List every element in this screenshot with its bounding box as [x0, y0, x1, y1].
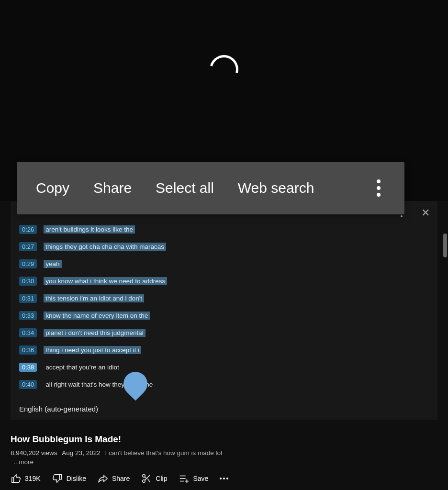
- dislike-button[interactable]: Dislike: [52, 473, 86, 484]
- select-all-button[interactable]: Select all: [156, 180, 214, 196]
- transcript-timestamp[interactable]: 0:40: [19, 380, 37, 389]
- transcript-text[interactable]: you know what i think we need to address: [44, 277, 167, 285]
- clip-label: Clip: [156, 475, 167, 482]
- share-label: Share: [112, 475, 130, 482]
- svg-point-1: [143, 480, 146, 483]
- upload-date: Aug 23, 2022: [62, 449, 100, 457]
- transcript-row[interactable]: 0:27things they got cha cha cha with mar…: [19, 242, 429, 251]
- transcript-text[interactable]: accept that you're an idiot: [44, 363, 121, 371]
- transcript-language-selector[interactable]: English (auto-generated): [11, 401, 437, 420]
- scrollbar-thumb[interactable]: [443, 234, 447, 257]
- transcript-timestamp[interactable]: 0:34: [19, 328, 37, 337]
- playlist-add-icon: [179, 473, 189, 484]
- scissors-icon: [141, 473, 152, 484]
- context-menu-more-icon[interactable]: [372, 175, 385, 201]
- transcript-row[interactable]: 0:26aren't buildings it looks like the: [19, 225, 429, 234]
- thumbs-down-icon: [52, 473, 63, 484]
- video-description-snippet: I can't believe that's how gum is made l…: [105, 449, 222, 457]
- save-label: Save: [193, 475, 208, 482]
- transcript-row[interactable]: 0:40all right wait that's how they make …: [19, 380, 429, 389]
- transcript-timestamp[interactable]: 0:29: [19, 259, 37, 268]
- transcript-row[interactable]: 0:30you know what i think we need to add…: [19, 277, 429, 286]
- video-metadata: 8,940,202 views Aug 23, 2022 I can't bel…: [11, 449, 437, 457]
- transcript-panel: ✕ 0:26aren't buildings it looks like the…: [11, 201, 437, 420]
- transcript-timestamp[interactable]: 0:36: [19, 345, 37, 355]
- web-search-button[interactable]: Web search: [238, 180, 314, 196]
- transcript-row[interactable]: 0:36thing i need you just to accept it i: [19, 345, 429, 355]
- transcript-text[interactable]: aren't buildings it looks like the: [44, 225, 135, 234]
- text-selection-handle-icon[interactable]: [119, 367, 153, 401]
- video-title: How Bubblegum Is Made!: [11, 434, 437, 445]
- transcript-list[interactable]: 0:26aren't buildings it looks like the0:…: [11, 215, 437, 401]
- transcript-timestamp[interactable]: 0:31: [19, 294, 37, 303]
- transcript-timestamp[interactable]: 0:27: [19, 242, 37, 251]
- transcript-row[interactable]: 0:33know the name of every item on the: [19, 311, 429, 320]
- text-selection-context-menu: Copy Share Select all Web search: [17, 162, 404, 214]
- transcript-timestamp[interactable]: 0:30: [19, 277, 37, 286]
- transcript-timestamp[interactable]: 0:33: [19, 311, 37, 320]
- share-button[interactable]: Share: [98, 473, 130, 484]
- show-more-button[interactable]: ...more: [13, 458, 437, 466]
- transcript-text[interactable]: this tension i'm an idiot and i don't: [44, 294, 144, 302]
- thumbs-up-icon: [11, 473, 21, 484]
- transcript-row[interactable]: 0:34planet i don't need this judgmental: [19, 328, 429, 337]
- transcript-row[interactable]: 0:29yeah: [19, 259, 429, 268]
- transcript-timestamp[interactable]: 0:26: [19, 225, 37, 234]
- transcript-text[interactable]: know the name of every item on the: [44, 312, 150, 320]
- transcript-text[interactable]: yeah: [44, 260, 61, 268]
- dislike-label: Dislike: [67, 475, 86, 482]
- share-button[interactable]: Share: [93, 180, 132, 196]
- like-button[interactable]: 319K: [11, 473, 41, 484]
- share-icon: [98, 473, 108, 484]
- transcript-timestamp[interactable]: 0:38: [19, 363, 37, 372]
- view-count: 8,940,202 views: [11, 449, 57, 457]
- svg-point-0: [143, 475, 146, 478]
- action-bar: 319K Dislike Share Clip Save: [0, 466, 448, 490]
- more-actions-button[interactable]: [220, 478, 228, 479]
- like-count: 319K: [25, 475, 41, 482]
- clip-button[interactable]: Clip: [141, 473, 167, 484]
- transcript-text[interactable]: thing i need you just to accept it i: [44, 346, 141, 354]
- save-button[interactable]: Save: [179, 473, 208, 484]
- transcript-row[interactable]: 0:38accept that you're an idiot: [19, 363, 429, 372]
- video-info-section: How Bubblegum Is Made! 8,940,202 views A…: [0, 420, 448, 466]
- transcript-text[interactable]: planet i don't need this judgmental: [44, 329, 145, 337]
- transcript-text[interactable]: things they got cha cha cha with maracas: [44, 243, 166, 251]
- copy-button[interactable]: Copy: [36, 180, 69, 196]
- loading-spinner-icon: [204, 50, 244, 89]
- transcript-row[interactable]: 0:31this tension i'm an idiot and i don'…: [19, 294, 429, 303]
